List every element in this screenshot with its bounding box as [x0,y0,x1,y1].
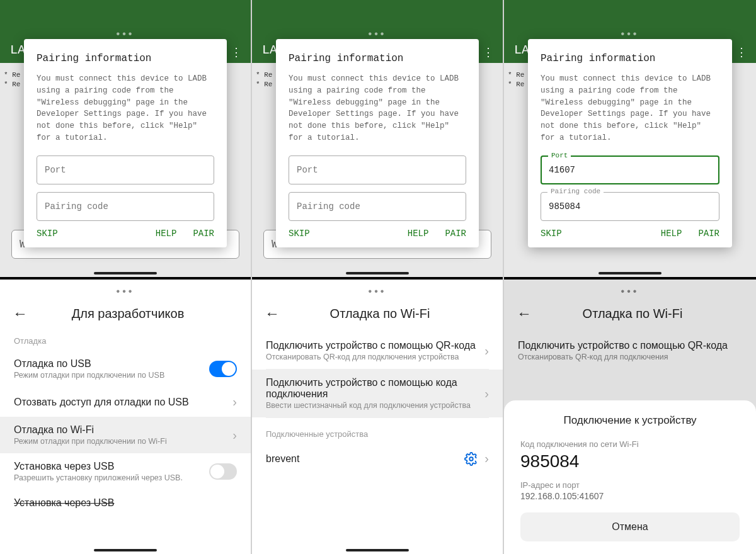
pairing-dialog: Pairing information You must connect thi… [528,39,732,247]
chevron-right-icon: › [484,387,489,401]
chevron-right-icon: › [484,344,489,358]
ladb-app-screen-1: ••• LA ⋮ * Re * Re W Pairing information… [0,0,251,277]
setting-title: Отозвать доступ для отладки по USB [14,397,226,408]
cancel-button[interactable]: Отмена [520,512,740,541]
wifi-debugging-row[interactable]: Отладка по Wi-Fi Режим отладки при подкл… [0,417,251,453]
help-button[interactable]: HELP [156,229,177,239]
install-via-usb-row-2[interactable]: Установка через USB [0,490,251,516]
setting-title: Установка через USB [14,461,209,472]
nav-handle[interactable] [346,549,409,551]
chevron-right-icon: › [232,428,237,443]
revoke-access-row[interactable]: Отозвать доступ для отладки по USB › [0,387,251,417]
status-dots: ••• [117,28,135,40]
device-name: brevent [266,453,464,465]
developer-settings-screen: ••• ← Для разработчиков Отладка Отладка … [0,277,251,554]
section-label: Отладка [0,332,251,351]
pair-button[interactable]: PAIR [698,229,719,239]
setting-sub: Режим отладки при подключении по Wi-Fi [14,437,226,446]
pair-qr-row[interactable]: Подключить устройство с помощью QR-кода … [252,332,503,369]
pairing-code-input[interactable]: Pairing code [37,192,214,221]
skip-button[interactable]: SKIP [541,229,562,239]
setting-title: Подключить устройство с помощью кода под… [266,377,478,400]
setting-sub: Режим отладки при подключении по USB [14,371,209,380]
setting-sub: Ввести шестизначный код для подключения … [266,401,478,410]
sheet-title: Подключение к устройству [520,414,740,427]
log-text: * Re * Re [4,71,20,90]
dialog-title: Pairing information [541,53,719,64]
dialog-body: You must connect this device to LADB usi… [37,73,214,144]
usb-debugging-toggle[interactable] [209,361,237,377]
skip-button[interactable]: SKIP [289,229,310,239]
pairing-code-sheet: Подключение к устройству Код подключения… [504,400,756,554]
install-usb-toggle[interactable] [209,463,237,480]
pairing-dialog: Pairing information You must connect thi… [276,39,479,247]
port-input[interactable]: Port [289,155,466,184]
wifi-debug-screen-sheet: ••• ← Отладка по Wi-Fi Подключить устрой… [504,277,756,554]
pairing-code-input[interactable]: Pairing code 985084 [541,192,719,221]
app-title-partial: LA [10,43,25,57]
nav-handle[interactable] [346,272,409,274]
log-text: * Re * Re [508,71,524,90]
pair-code-row[interactable]: Подключить устройство с помощью кода под… [252,370,503,417]
dialog-body: You must connect this device to LADB usi… [289,73,466,144]
setting-title: Установка через USB [14,497,237,509]
setting-sub: Разрешить установку приложений через USB… [14,473,209,482]
dialog-body: You must connect this device to LADB usi… [541,73,719,144]
page-title: Отладка по Wi-Fi [295,307,465,321]
pair-button[interactable]: PAIR [445,229,466,239]
status-dots: ••• [369,286,387,297]
back-arrow-icon[interactable]: ← [13,305,28,322]
pairing-code-input[interactable]: Pairing code [289,192,466,221]
usb-debugging-row[interactable]: Отладка по USB Режим отладки при подключ… [0,351,251,387]
overflow-menu-icon[interactable]: ⋮ [483,45,494,59]
pair-button[interactable]: PAIR [193,229,214,239]
port-input[interactable]: Port 41607 [541,155,719,184]
overflow-menu-icon[interactable]: ⋮ [231,45,242,59]
back-arrow-icon[interactable]: ← [265,305,280,322]
ladb-app-screen-2: ••• LA ⋮ * Re * Re W Pairing information… [252,0,503,277]
section-label: Подключенные устройства [252,418,503,444]
setting-title: Подключить устройство с помощью QR-кода [266,340,478,351]
setting-title: Отладка по Wi-Fi [14,424,226,436]
app-title-partial: LA [262,43,277,57]
pairing-dialog: Pairing information You must connect thi… [24,39,227,247]
port-input[interactable]: Port [37,155,214,184]
help-button[interactable]: HELP [408,229,429,239]
page-title: Для разработчиков [43,307,213,321]
log-text: * Re * Re [256,71,272,90]
nav-handle[interactable] [94,549,157,551]
setting-sub: Отсканировать QR-код для подключения уст… [266,353,478,361]
overflow-menu-icon[interactable]: ⋮ [736,45,747,59]
pairing-label: Pairing code [547,188,604,195]
help-button[interactable]: HELP [661,229,682,239]
wifi-debug-screen: ••• ← Отладка по Wi-Fi Подключить устрой… [252,277,503,554]
code-label: Код подключения по сети Wi-Fi [520,439,740,449]
app-title-partial: LA [514,43,529,57]
ip-port-value: 192.168.0.105:41607 [520,491,740,501]
chevron-right-icon: › [484,451,489,466]
ladb-app-screen-3: ••• LA ⋮ * Re * Re Pairing information Y… [504,0,756,277]
setting-title: Отладка по USB [14,358,209,370]
ip-label: IP-адрес и порт [520,480,740,490]
dialog-title: Pairing information [37,53,214,64]
nav-handle[interactable] [598,272,662,274]
status-dots: ••• [369,28,387,40]
port-label: Port [548,152,571,159]
skip-button[interactable]: SKIP [37,229,58,239]
pairing-code-value: 985084 [520,451,740,472]
install-via-usb-row[interactable]: Установка через USB Разрешить установку … [0,453,251,490]
svg-point-0 [470,457,474,461]
nav-handle[interactable] [94,272,157,274]
status-dots: ••• [117,286,135,297]
dialog-title: Pairing information [289,53,466,64]
gear-icon[interactable] [464,452,478,466]
device-row[interactable]: brevent › [252,444,503,473]
status-dots: ••• [621,28,639,40]
chevron-right-icon: › [232,395,237,409]
